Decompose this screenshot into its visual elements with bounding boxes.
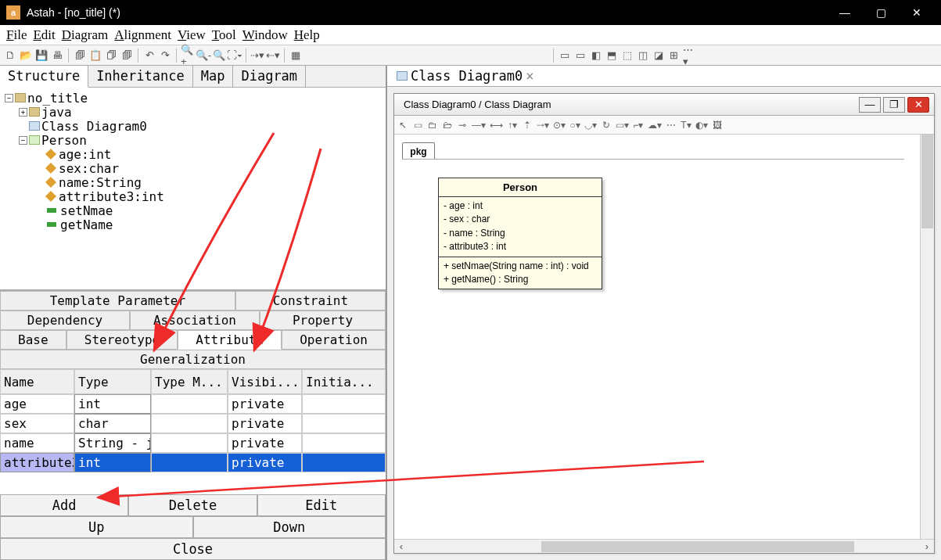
tool-icon[interactable]: ⌐▾ bbox=[633, 120, 644, 131]
ptab-dependency[interactable]: Dependency bbox=[0, 311, 130, 330]
tree-attr-age[interactable]: age:int bbox=[59, 147, 111, 162]
inner-window-title[interactable]: Class Diagram0 / Class Diagram — ❐ ✕ bbox=[394, 94, 934, 116]
scrollbar-thumb[interactable] bbox=[541, 541, 854, 552]
tree-root[interactable]: no_title bbox=[27, 91, 88, 106]
toolbar-shape-6[interactable]: ◫ bbox=[636, 48, 650, 63]
toolbar-shape-5[interactable]: ⬚ bbox=[620, 48, 634, 63]
table-row-selected[interactable]: attribute3 int private bbox=[0, 453, 386, 472]
cell-visibility[interactable]: private bbox=[228, 414, 302, 433]
tab-diagram[interactable]: Diagram bbox=[233, 66, 306, 87]
cell-type[interactable]: int bbox=[74, 453, 151, 472]
menu-window[interactable]: Window bbox=[241, 27, 289, 43]
cell-name[interactable]: age bbox=[0, 394, 74, 414]
cell-typemod[interactable] bbox=[151, 414, 228, 433]
tool-icon[interactable]: ⋯ bbox=[666, 120, 677, 131]
tree-attr-sex[interactable]: sex:char bbox=[59, 161, 119, 176]
assoc-tool-icon[interactable]: —▾ bbox=[472, 120, 486, 131]
cell-initial[interactable] bbox=[302, 453, 386, 472]
add-button[interactable]: Add bbox=[0, 494, 128, 516]
open-icon[interactable]: 📂 bbox=[19, 48, 33, 63]
toolbar-shape-9[interactable]: ⋯▾ bbox=[683, 48, 697, 63]
zoom-out-icon[interactable]: 🔍- bbox=[196, 48, 210, 63]
inner-close-button[interactable]: ✕ bbox=[907, 97, 929, 113]
menu-file[interactable]: File bbox=[5, 27, 28, 43]
scroll-left-icon[interactable]: ‹ bbox=[394, 540, 408, 554]
close-button[interactable]: ✕ bbox=[899, 0, 935, 25]
col-typemod[interactable]: Type M... bbox=[151, 369, 228, 394]
uml-attributes-section[interactable]: - age : int - sex : char - name : String… bbox=[439, 197, 602, 257]
cell-name[interactable]: sex bbox=[0, 414, 74, 433]
diagram-canvas[interactable]: pkg Person - age : int - sex : char - na… bbox=[394, 135, 920, 539]
assoc2-tool-icon[interactable]: ⟷ bbox=[490, 120, 503, 131]
uml-op-row[interactable]: + getName() : String bbox=[444, 273, 597, 286]
col-initial[interactable]: Initia... bbox=[302, 369, 386, 394]
up-button[interactable]: Up bbox=[0, 516, 193, 538]
toolbar-shape-1[interactable]: ▭ bbox=[558, 48, 572, 63]
ptab-template-parameter[interactable]: Template Parameter bbox=[0, 291, 235, 311]
col-visibility[interactable]: Visibi... bbox=[228, 369, 302, 394]
cell-initial[interactable] bbox=[302, 414, 386, 433]
horizontal-scrollbar[interactable]: ‹ › bbox=[394, 539, 934, 553]
toolbar-shape-2[interactable]: ▭ bbox=[573, 48, 587, 63]
cell-visibility[interactable]: private bbox=[228, 433, 302, 453]
tab-close-icon[interactable]: × bbox=[526, 68, 533, 84]
close-button[interactable]: Close bbox=[0, 538, 386, 560]
tree-op-getname[interactable]: getName bbox=[60, 217, 113, 232]
package-frame-tab[interactable]: pkg bbox=[402, 142, 435, 160]
menu-edit[interactable]: Edit bbox=[31, 27, 56, 43]
usage-tool-icon[interactable]: ⊙▾ bbox=[553, 120, 566, 131]
ptab-attribute[interactable]: Attribute bbox=[178, 330, 282, 350]
menu-diagram[interactable]: Diagram bbox=[60, 27, 110, 43]
ptab-association[interactable]: Association bbox=[130, 311, 260, 330]
diagram-tab[interactable]: Class Diagram0 × bbox=[392, 66, 539, 85]
tool-icon[interactable]: ◡▾ bbox=[584, 120, 597, 131]
zoom-in-icon[interactable]: 🔍+ bbox=[181, 48, 195, 63]
table-row[interactable]: sex char private bbox=[0, 414, 386, 433]
cell-initial[interactable] bbox=[302, 394, 386, 414]
subsystem-tool-icon[interactable]: 🗁 bbox=[442, 120, 453, 131]
redo-icon[interactable]: ↷ bbox=[158, 48, 172, 63]
inner-restore-button[interactable]: ❐ bbox=[883, 97, 905, 113]
ptab-stereotype[interactable]: Stereotype bbox=[66, 330, 178, 350]
tree-attr-attribute3[interactable]: attribute3:int bbox=[59, 189, 164, 204]
class-tool-icon[interactable]: ▭ bbox=[412, 120, 423, 131]
maximize-button[interactable]: ▢ bbox=[863, 0, 899, 25]
tree-toggle-icon[interactable]: − bbox=[19, 136, 27, 145]
paste-icon[interactable]: 📋 bbox=[88, 48, 102, 63]
cell-name[interactable]: name bbox=[0, 433, 74, 453]
uml-class-person[interactable]: Person - age : int - sex : char - name :… bbox=[438, 178, 602, 289]
toolbar-shape-7[interactable]: ◪ bbox=[652, 48, 666, 63]
cell-name[interactable]: attribute3 bbox=[0, 453, 74, 472]
realize-tool-icon[interactable]: ⇡ bbox=[522, 120, 533, 131]
down-button[interactable]: Down bbox=[193, 516, 386, 538]
interface-tool-icon[interactable]: ⊸ bbox=[457, 120, 468, 131]
tab-map[interactable]: Map bbox=[193, 66, 234, 87]
uml-class-title[interactable]: Person bbox=[439, 178, 602, 197]
col-name[interactable]: Name bbox=[0, 369, 74, 394]
depend-tool-icon[interactable]: ⤍▾ bbox=[537, 120, 549, 131]
vertical-scrollbar[interactable] bbox=[920, 135, 934, 539]
uml-operations-section[interactable]: + setNmae(String name : int) : void + ge… bbox=[439, 257, 602, 289]
tool-icon[interactable]: ◐▾ bbox=[695, 120, 708, 131]
cell-type[interactable]: char bbox=[74, 414, 151, 433]
toolbar-shape-3[interactable]: ◧ bbox=[589, 48, 603, 63]
cell-initial[interactable] bbox=[302, 433, 386, 453]
tree-op-setnmae[interactable]: setNmae bbox=[60, 203, 113, 218]
toolbar-shape-8[interactable]: ⊞ bbox=[667, 48, 681, 63]
fit-window-icon[interactable]: ⛶▾ bbox=[228, 48, 242, 63]
tool-icon[interactable]: ↻ bbox=[601, 120, 612, 131]
tool-icon[interactable]: ☁▾ bbox=[648, 120, 662, 131]
tree-person[interactable]: Person bbox=[41, 133, 87, 148]
text-tool-icon[interactable]: T▾ bbox=[681, 120, 691, 131]
tree-diagram0[interactable]: Class Diagram0 bbox=[41, 119, 147, 134]
delete-button[interactable]: Delete bbox=[128, 494, 257, 516]
menu-tool[interactable]: Tool bbox=[210, 27, 238, 43]
edit-button[interactable]: Edit bbox=[257, 494, 386, 516]
structure-tree[interactable]: −no_title +java Class Diagram0 −Person a… bbox=[0, 88, 386, 291]
tab-structure[interactable]: Structure bbox=[0, 66, 88, 88]
cell-type[interactable]: String - j bbox=[74, 433, 151, 453]
toolbar-shape-4[interactable]: ⬒ bbox=[605, 48, 619, 63]
uml-op-row[interactable]: + setNmae(String name : int) : void bbox=[444, 260, 597, 273]
uml-attr-row[interactable]: - age : int bbox=[444, 199, 597, 213]
toolbar-icon-2[interactable]: ⇠▾ bbox=[266, 48, 280, 63]
